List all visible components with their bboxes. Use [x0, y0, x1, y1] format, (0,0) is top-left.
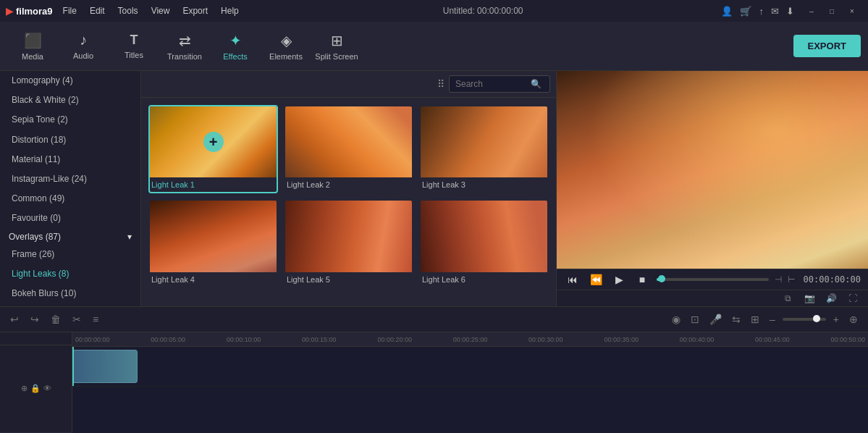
effect-light-leak-3[interactable]: Light Leak 3	[419, 105, 549, 193]
sidebar-item-common[interactable]: Common (49)	[0, 189, 140, 209]
ruler-mark-40: 00:00:40:00	[680, 336, 715, 343]
sidebar-item-lightleaks[interactable]: Light Leaks (8)	[0, 264, 140, 284]
sidebar-item-material[interactable]: Material (11)	[0, 150, 140, 169]
mark-in-icon: ⊣	[775, 274, 782, 285]
titlebar: ▶ filmora9 File Edit Tools View Export H…	[0, 0, 868, 22]
sidebar-item-blackwhite[interactable]: Black & White (2)	[0, 91, 140, 110]
lock-icon[interactable]: 🔒	[30, 384, 41, 393]
fullscreen-icon[interactable]: ⛶	[845, 293, 861, 303]
effect-light-leak-1[interactable]: + Light Leak 1	[148, 105, 278, 193]
toolbar-audio[interactable]: ♪ Audio	[58, 25, 109, 68]
user-icon[interactable]: 👤	[721, 6, 733, 17]
timeline-ruler: 00:00:00:00 00:00:05:00 00:00:10:00 00:0…	[72, 332, 868, 347]
toolbar-transition[interactable]: ⇄ Transition	[159, 25, 210, 68]
snap-icon[interactable]: ⊡	[688, 312, 702, 327]
picture-in-picture-icon[interactable]: ⧉	[780, 293, 796, 303]
toolbar-media-label: Media	[22, 52, 43, 61]
sidebar-item-lomography[interactable]: Lomography (4)	[0, 71, 140, 91]
maximize-button[interactable]: □	[822, 4, 842, 18]
sidebar-item-sepia[interactable]: Sepia Tone (2)	[0, 110, 140, 130]
mic-icon[interactable]: 🎤	[707, 312, 725, 327]
mark-out-icon: ⊢	[788, 274, 795, 285]
screenshot-icon[interactable]: 📷	[801, 293, 817, 303]
ruler-mark-30: 00:00:30:00	[528, 336, 563, 343]
grid-view-icon[interactable]: ⠿	[437, 78, 444, 90]
toolbar-elements[interactable]: ◈ Elements	[261, 25, 311, 68]
toolbar-titles[interactable]: T Titles	[109, 25, 159, 68]
volume-icon[interactable]: 🔊	[823, 293, 839, 303]
eye-icon[interactable]: 👁	[43, 384, 51, 393]
effect-thumb-1: +	[150, 106, 277, 177]
delete-button[interactable]: 🗑	[48, 312, 64, 327]
toolbar-media[interactable]: ⬛ Media	[7, 25, 58, 68]
timeline-cursor	[72, 347, 74, 386]
window-controls: – □ ×	[801, 4, 862, 18]
add-media-icon[interactable]: ⊕	[21, 384, 28, 393]
undo-button[interactable]: ↩	[7, 312, 22, 327]
search-input[interactable]	[455, 79, 528, 89]
mail-icon[interactable]: ✉	[771, 6, 779, 17]
effect-label-3: Light Leak 3	[421, 177, 547, 192]
effect-light-leak-6[interactable]: Light Leak 6	[419, 199, 549, 287]
skip-back-button[interactable]: ⏮	[564, 274, 581, 285]
app-logo: ▶ filmora9	[6, 6, 53, 17]
toolbar-audio-label: Audio	[73, 51, 93, 60]
main-content: Lomography (4) Black & White (2) Sepia T…	[0, 71, 868, 306]
redo-button[interactable]: ↪	[28, 312, 42, 327]
menu-bar: File Edit Tools View Export Help	[57, 4, 245, 17]
share-icon[interactable]: ↑	[759, 6, 764, 17]
effect-light-leak-4[interactable]: Light Leak 4	[148, 199, 278, 287]
toolbar-splitscreen[interactable]: ⊞ Split Screen	[311, 25, 362, 68]
menu-edit[interactable]: Edit	[84, 4, 111, 17]
toolbar-effects[interactable]: ✦ Effects	[210, 25, 261, 68]
adjust-button[interactable]: ≡	[90, 312, 101, 327]
zoom-out-icon[interactable]: –	[767, 312, 778, 327]
step-back-button[interactable]: ⏪	[587, 274, 604, 285]
effect-light-leak-5[interactable]: Light Leak 5	[284, 199, 413, 287]
toolbar-splitscreen-label: Split Screen	[315, 52, 358, 61]
close-button[interactable]: ×	[842, 4, 862, 18]
media-icon: ⬛	[24, 32, 42, 49]
cut-button[interactable]: ✂	[69, 312, 84, 327]
zoom-thumb[interactable]	[813, 315, 820, 322]
toolbar-transition-label: Transition	[167, 52, 202, 61]
effect-thumb-5	[285, 201, 412, 272]
titles-icon: T	[130, 33, 138, 48]
preview-progress-fill	[657, 278, 662, 281]
menu-view[interactable]: View	[146, 4, 176, 17]
export-button[interactable]: EXPORT	[793, 35, 861, 57]
menu-export[interactable]: Export	[177, 4, 214, 17]
ruler-mark-25: 00:00:25:00	[453, 336, 488, 343]
sidebar-item-distortion[interactable]: Distortion (18)	[0, 130, 140, 150]
zoom-in-icon[interactable]: +	[830, 312, 842, 327]
preview-progress-bar[interactable]	[657, 278, 769, 281]
sidebar-item-frame[interactable]: Frame (26)	[0, 245, 140, 264]
zoom-track[interactable]	[783, 318, 826, 321]
cart-icon[interactable]: 🛒	[740, 6, 751, 17]
minimize-button[interactable]: –	[801, 4, 822, 18]
sidebar-item-favourite-top[interactable]: Favourite (0)	[0, 209, 140, 228]
timeline-clip-1[interactable]	[72, 350, 138, 383]
sidebar-section-overlays[interactable]: Overlays (87) ▾	[0, 229, 140, 245]
download-icon[interactable]: ⬇	[786, 6, 794, 17]
swap-icon[interactable]: ⇆	[729, 312, 743, 327]
menu-tools[interactable]: Tools	[112, 4, 144, 17]
effect-thumb-4	[150, 201, 277, 272]
effect-label-5: Light Leak 5	[285, 272, 412, 287]
preview-panel: ⏮ ⏪ ▶ ■ ⊣ ⊢ 00:00:00:00 ⧉ 📷 🔊 ⛶	[557, 71, 868, 306]
menu-help[interactable]: Help	[215, 4, 245, 17]
ripple-icon[interactable]: ◉	[669, 312, 683, 327]
add-track-icon[interactable]: ⊞	[748, 312, 762, 327]
search-icon: 🔍	[531, 79, 542, 89]
effect-light-leak-2[interactable]: Light Leak 2	[284, 105, 413, 193]
preview-controls: ⏮ ⏪ ▶ ■ ⊣ ⊢ 00:00:00:00	[557, 269, 868, 290]
stop-button[interactable]: ■	[633, 274, 651, 285]
timeline-track-row-1	[72, 347, 868, 387]
play-button[interactable]: ▶	[610, 274, 628, 285]
sidebar-item-bokeh[interactable]: Bokeh Blurs (10)	[0, 284, 140, 303]
ruler-mark-20: 00:00:20:00	[377, 336, 412, 343]
splitscreen-icon: ⊞	[331, 32, 343, 49]
sidebar-item-instagram[interactable]: Instagram-Like (24)	[0, 169, 140, 189]
menu-file[interactable]: File	[57, 4, 83, 17]
timeline-settings-icon[interactable]: ⊕	[846, 312, 861, 327]
